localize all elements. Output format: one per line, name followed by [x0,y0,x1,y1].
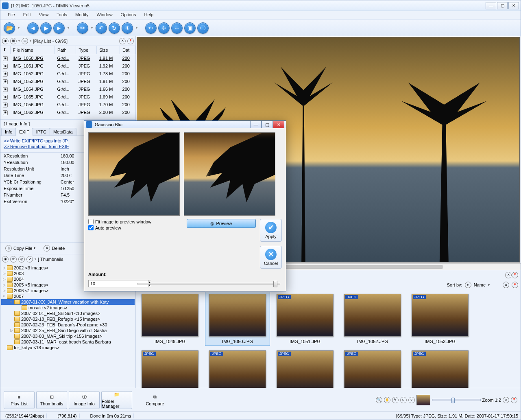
thumbnails-button[interactable]: ⊞Thumbnails [36,391,67,409]
nav-dropdown-icon[interactable]: ▾ [66,22,70,34]
menu-modify[interactable]: Modify [71,11,92,20]
thumb-icon-1[interactable]: ◉ [2,256,9,262]
minimize-button[interactable]: — [486,2,496,9]
bottom-pin-icon[interactable]: 📍 [511,397,517,403]
thumbnail[interactable]: IMG_1050.JPG [205,292,270,346]
table-row[interactable]: ◉IMG_1062.JPGG:\d...JPEG2.00 M200 [0,108,135,116]
playlist-pin-icon[interactable]: 📍 [127,38,134,44]
tool-icon-1[interactable]: 🔍 [376,397,382,403]
table-row[interactable]: ◉IMG_1052.JPGG:\d...JPEG1.73 M200 [0,70,135,77]
auto-preview-checkbox[interactable]: Auto preview [88,225,183,230]
thumbnail[interactable]: JPEG [340,348,405,388]
menu-view[interactable]: View [35,11,53,20]
sort-value[interactable]: Name [474,282,486,287]
dialog-titlebar[interactable]: Gaussian Blur — ▢ ✕ [84,121,286,128]
file-table[interactable]: ⬆ File Name Path Type Size Dat ◉IMG_1050… [0,46,135,119]
playlist-icon-2[interactable]: ▦ [10,38,17,44]
fit-width-icon[interactable]: ↔ [171,22,183,34]
menu-file[interactable]: File [4,11,19,20]
maximize-button[interactable]: ▢ [497,2,508,9]
tree-item[interactable]: 2007-02-18_FEB_Refugio <15 images> [1,316,135,322]
thumb-icon-2[interactable]: ⟳ [10,256,17,262]
menu-edit[interactable]: Edit [19,11,35,20]
col-filename[interactable]: File Name [10,46,55,54]
thumbnail[interactable]: JPEG [272,348,338,388]
col-size[interactable]: Size [97,46,120,54]
close-button[interactable]: ✕ [508,2,519,9]
col-type[interactable]: Type [76,46,97,54]
fit-icon[interactable]: ✢ [158,22,170,34]
tree-item[interactable]: 2007-03-03_MAR_Ski trip <156 images> [1,333,135,339]
open-dropdown-icon[interactable]: ▾ [17,22,21,34]
menu-help[interactable]: Help [140,11,158,20]
playlist-icon-3[interactable]: ◎ [22,38,28,44]
compare-button[interactable]: ⧉Compare [140,391,170,409]
playlist-close-icon[interactable]: ✕ [119,38,126,44]
tab-exif[interactable]: EXIF [15,128,33,136]
thumbnail[interactable]: JPEGIMG_1053.JPG [408,292,473,346]
tool-icon-3[interactable]: ✎ [392,397,399,403]
thumbnail[interactable]: IMG_1049.JPG [137,292,203,346]
dialog-maximize-button[interactable]: ▢ [262,121,273,128]
slideshow-icon[interactable]: 🖵 [197,22,209,34]
prev-icon[interactable]: ◄ [27,22,39,34]
table-row[interactable]: ◉IMG_1055.JPGG:\d...JPEG1.69 M200 [0,93,135,101]
redo-icon[interactable]: ↻ [109,22,120,34]
tab-iptc[interactable]: IPTC [33,128,50,136]
thumbnail[interactable]: JPEG [205,348,270,388]
thumbnails-grid[interactable]: IMG_1049.JPGIMG_1050.JPGJPEGIMG_1051.JPG… [136,290,521,388]
zoom-slider[interactable] [432,399,481,401]
cut-icon[interactable]: ✂ [77,22,88,34]
tree-item[interactable]: ▿2007-01-XX_JAN_Winter vacation with Kat… [1,299,135,305]
tree-item[interactable]: ▿2007 [1,293,135,299]
tool-icon-4[interactable]: ☺ [400,397,407,403]
menu-options[interactable]: Options [117,11,140,20]
tree-item[interactable]: for_katya <18 images> [1,345,135,350]
col-path[interactable]: Path [55,46,76,54]
write-exif-link[interactable]: >> Write EXIF/IPTC tags into JP [4,138,68,143]
table-row[interactable]: ◉IMG_1050.JPGG:\d...JPEG1.91 M200 [0,54,135,62]
menu-tools[interactable]: Tools [52,11,71,20]
preview-result[interactable] [184,132,275,216]
tree-item[interactable]: 2007-02-23_FEB_Dargan's-Pool game <30 [1,322,135,328]
thumbnail[interactable]: JPEGIMG_1052.JPG [340,292,405,346]
table-row[interactable]: ◉IMG_1053.JPGG:\d...JPEG1.91 M200 [0,77,135,85]
undo-icon[interactable]: ↶ [96,22,107,34]
remove-thumb-link[interactable]: >> Remove thumbnail from EXIF [4,144,69,149]
bottom-close-icon[interactable]: ✕ [503,397,509,403]
play-icon[interactable]: ▶ [40,22,52,34]
playlist-icon-1[interactable]: ◉ [2,38,9,44]
preview-original[interactable] [88,132,180,216]
col-date[interactable]: Dat [120,46,135,54]
thumbnail[interactable]: JPEGIMG_1051.JPG [272,292,338,346]
tab-metadata[interactable]: MetaData [50,128,76,136]
copy-file-button[interactable]: ⎘ Copy File ▾ [3,244,38,252]
dialog-close-button[interactable]: ✕ [273,121,284,128]
sort-dir-icon[interactable]: ⬆ [465,282,471,288]
tree-item[interactable]: 2007-03-11_MAR_east beach Santa Barbara [1,339,135,345]
table-row[interactable]: ◉IMG_1051.JPGG:\d...JPEG1.92 M200 [0,62,135,70]
tab-info[interactable]: Info [1,128,16,136]
image-info-button[interactable]: ⓘImage Info [69,391,100,409]
delete-button[interactable]: ✕ Delete [41,244,67,252]
thumb-close-icon[interactable]: ✕ [503,282,509,288]
tree-item[interactable]: ▷2007-02-25_FEB_San Diego with d. Sasha [1,328,135,333]
open-icon[interactable]: 📂 [4,22,15,34]
col-icon[interactable]: ⬆ [0,46,10,54]
fx-dropdown-icon[interactable]: ▾ [135,22,139,34]
tree-item[interactable]: 2007-02-01_FEB_SB Surf <10 images> [1,311,135,316]
next-icon[interactable]: ► [53,22,65,34]
table-row[interactable]: ◉IMG_1056.JPGG:\d...JPEG1.70 M200 [0,101,135,108]
amount-spinner[interactable]: ▲▼ [88,280,133,287]
fullscreen-icon[interactable]: ▣ [184,22,196,34]
amount-slider[interactable] [137,283,280,284]
thumb-icon-3[interactable]: ◎ [18,256,25,262]
brightness-icon[interactable]: ☀ [122,22,133,34]
folder-manager-button[interactable]: 📁Folder Manager [101,391,132,409]
zoom-actual-icon[interactable]: 1:1 [145,22,157,34]
thumbnail[interactable]: JPEG [137,348,203,388]
path-pin-icon[interactable]: 📍 [512,272,518,278]
cut-dropdown-icon[interactable]: ▾ [90,22,94,34]
preview-thumbnail[interactable] [416,395,430,405]
table-row[interactable]: ◉IMG_1054.JPGG:\d...JPEG1.66 M200 [0,85,135,93]
